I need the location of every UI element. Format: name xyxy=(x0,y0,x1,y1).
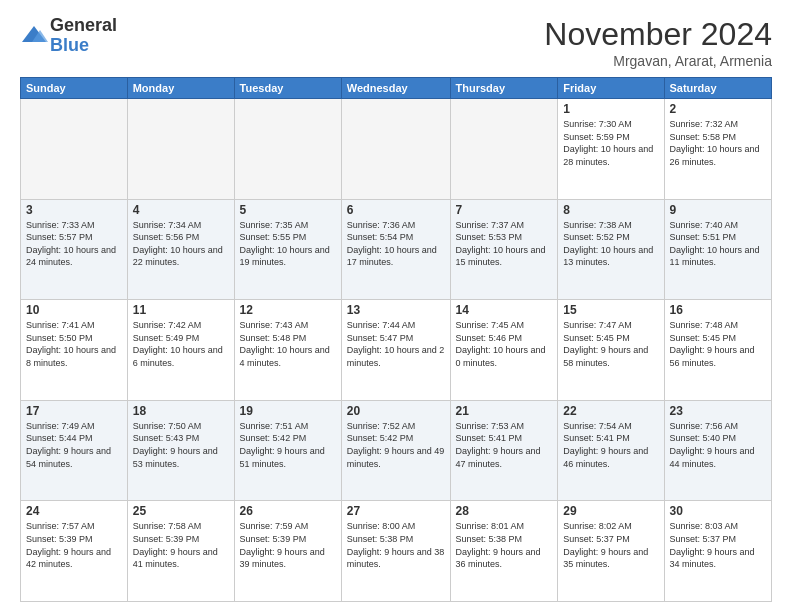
day-info: Sunrise: 8:02 AM Sunset: 5:37 PM Dayligh… xyxy=(563,520,658,570)
day-info: Sunrise: 7:48 AM Sunset: 5:45 PM Dayligh… xyxy=(670,319,767,369)
calendar-cell: 11Sunrise: 7:42 AM Sunset: 5:49 PM Dayli… xyxy=(127,300,234,401)
day-number: 8 xyxy=(563,203,658,217)
calendar-cell: 26Sunrise: 7:59 AM Sunset: 5:39 PM Dayli… xyxy=(234,501,341,602)
day-info: Sunrise: 7:50 AM Sunset: 5:43 PM Dayligh… xyxy=(133,420,229,470)
day-info: Sunrise: 7:35 AM Sunset: 5:55 PM Dayligh… xyxy=(240,219,336,269)
day-number: 1 xyxy=(563,102,658,116)
day-info: Sunrise: 8:03 AM Sunset: 5:37 PM Dayligh… xyxy=(670,520,767,570)
day-number: 5 xyxy=(240,203,336,217)
calendar-cell: 15Sunrise: 7:47 AM Sunset: 5:45 PM Dayli… xyxy=(558,300,664,401)
day-number: 17 xyxy=(26,404,122,418)
day-number: 3 xyxy=(26,203,122,217)
calendar-cell: 1Sunrise: 7:30 AM Sunset: 5:59 PM Daylig… xyxy=(558,99,664,200)
day-number: 6 xyxy=(347,203,445,217)
day-info: Sunrise: 8:01 AM Sunset: 5:38 PM Dayligh… xyxy=(456,520,553,570)
day-number: 9 xyxy=(670,203,767,217)
calendar-week-3: 17Sunrise: 7:49 AM Sunset: 5:44 PM Dayli… xyxy=(21,400,772,501)
calendar-cell: 20Sunrise: 7:52 AM Sunset: 5:42 PM Dayli… xyxy=(341,400,450,501)
calendar-week-2: 10Sunrise: 7:41 AM Sunset: 5:50 PM Dayli… xyxy=(21,300,772,401)
calendar-cell xyxy=(450,99,558,200)
header: General Blue November 2024 Mrgavan, Arar… xyxy=(20,16,772,69)
day-info: Sunrise: 7:36 AM Sunset: 5:54 PM Dayligh… xyxy=(347,219,445,269)
day-info: Sunrise: 7:32 AM Sunset: 5:58 PM Dayligh… xyxy=(670,118,767,168)
calendar-cell: 4Sunrise: 7:34 AM Sunset: 5:56 PM Daylig… xyxy=(127,199,234,300)
day-info: Sunrise: 7:58 AM Sunset: 5:39 PM Dayligh… xyxy=(133,520,229,570)
calendar-cell: 28Sunrise: 8:01 AM Sunset: 5:38 PM Dayli… xyxy=(450,501,558,602)
calendar-cell xyxy=(234,99,341,200)
calendar-cell: 12Sunrise: 7:43 AM Sunset: 5:48 PM Dayli… xyxy=(234,300,341,401)
day-number: 16 xyxy=(670,303,767,317)
calendar-cell xyxy=(341,99,450,200)
calendar-cell: 9Sunrise: 7:40 AM Sunset: 5:51 PM Daylig… xyxy=(664,199,772,300)
calendar-cell: 29Sunrise: 8:02 AM Sunset: 5:37 PM Dayli… xyxy=(558,501,664,602)
day-number: 27 xyxy=(347,504,445,518)
day-info: Sunrise: 7:47 AM Sunset: 5:45 PM Dayligh… xyxy=(563,319,658,369)
day-number: 15 xyxy=(563,303,658,317)
day-number: 7 xyxy=(456,203,553,217)
day-number: 12 xyxy=(240,303,336,317)
calendar-cell: 10Sunrise: 7:41 AM Sunset: 5:50 PM Dayli… xyxy=(21,300,128,401)
calendar-week-1: 3Sunrise: 7:33 AM Sunset: 5:57 PM Daylig… xyxy=(21,199,772,300)
page: General Blue November 2024 Mrgavan, Arar… xyxy=(0,0,792,612)
col-tuesday: Tuesday xyxy=(234,78,341,99)
logo-blue: Blue xyxy=(50,36,117,56)
day-number: 21 xyxy=(456,404,553,418)
day-number: 30 xyxy=(670,504,767,518)
calendar-cell: 8Sunrise: 7:38 AM Sunset: 5:52 PM Daylig… xyxy=(558,199,664,300)
calendar-week-4: 24Sunrise: 7:57 AM Sunset: 5:39 PM Dayli… xyxy=(21,501,772,602)
calendar-cell: 27Sunrise: 8:00 AM Sunset: 5:38 PM Dayli… xyxy=(341,501,450,602)
calendar-cell: 6Sunrise: 7:36 AM Sunset: 5:54 PM Daylig… xyxy=(341,199,450,300)
day-info: Sunrise: 7:43 AM Sunset: 5:48 PM Dayligh… xyxy=(240,319,336,369)
day-info: Sunrise: 7:49 AM Sunset: 5:44 PM Dayligh… xyxy=(26,420,122,470)
logo-icon xyxy=(20,22,48,50)
day-info: Sunrise: 7:59 AM Sunset: 5:39 PM Dayligh… xyxy=(240,520,336,570)
subtitle: Mrgavan, Ararat, Armenia xyxy=(544,53,772,69)
calendar-week-0: 1Sunrise: 7:30 AM Sunset: 5:59 PM Daylig… xyxy=(21,99,772,200)
day-number: 28 xyxy=(456,504,553,518)
day-info: Sunrise: 7:45 AM Sunset: 5:46 PM Dayligh… xyxy=(456,319,553,369)
calendar-cell: 7Sunrise: 7:37 AM Sunset: 5:53 PM Daylig… xyxy=(450,199,558,300)
day-info: Sunrise: 7:54 AM Sunset: 5:41 PM Dayligh… xyxy=(563,420,658,470)
header-row: Sunday Monday Tuesday Wednesday Thursday… xyxy=(21,78,772,99)
day-number: 19 xyxy=(240,404,336,418)
day-number: 26 xyxy=(240,504,336,518)
day-info: Sunrise: 7:44 AM Sunset: 5:47 PM Dayligh… xyxy=(347,319,445,369)
day-info: Sunrise: 7:33 AM Sunset: 5:57 PM Dayligh… xyxy=(26,219,122,269)
calendar-cell xyxy=(127,99,234,200)
day-number: 25 xyxy=(133,504,229,518)
calendar-cell: 17Sunrise: 7:49 AM Sunset: 5:44 PM Dayli… xyxy=(21,400,128,501)
calendar-cell: 21Sunrise: 7:53 AM Sunset: 5:41 PM Dayli… xyxy=(450,400,558,501)
day-number: 10 xyxy=(26,303,122,317)
day-number: 11 xyxy=(133,303,229,317)
calendar-table: Sunday Monday Tuesday Wednesday Thursday… xyxy=(20,77,772,602)
calendar-cell: 13Sunrise: 7:44 AM Sunset: 5:47 PM Dayli… xyxy=(341,300,450,401)
col-saturday: Saturday xyxy=(664,78,772,99)
col-sunday: Sunday xyxy=(21,78,128,99)
calendar-cell: 19Sunrise: 7:51 AM Sunset: 5:42 PM Dayli… xyxy=(234,400,341,501)
day-info: Sunrise: 7:34 AM Sunset: 5:56 PM Dayligh… xyxy=(133,219,229,269)
day-info: Sunrise: 7:38 AM Sunset: 5:52 PM Dayligh… xyxy=(563,219,658,269)
day-info: Sunrise: 7:40 AM Sunset: 5:51 PM Dayligh… xyxy=(670,219,767,269)
day-number: 29 xyxy=(563,504,658,518)
col-friday: Friday xyxy=(558,78,664,99)
calendar-header: Sunday Monday Tuesday Wednesday Thursday… xyxy=(21,78,772,99)
logo-general: General xyxy=(50,16,117,36)
day-info: Sunrise: 7:56 AM Sunset: 5:40 PM Dayligh… xyxy=(670,420,767,470)
day-number: 4 xyxy=(133,203,229,217)
calendar-cell xyxy=(21,99,128,200)
calendar-cell: 22Sunrise: 7:54 AM Sunset: 5:41 PM Dayli… xyxy=(558,400,664,501)
day-info: Sunrise: 7:52 AM Sunset: 5:42 PM Dayligh… xyxy=(347,420,445,470)
day-number: 23 xyxy=(670,404,767,418)
calendar-cell: 3Sunrise: 7:33 AM Sunset: 5:57 PM Daylig… xyxy=(21,199,128,300)
day-number: 13 xyxy=(347,303,445,317)
day-number: 14 xyxy=(456,303,553,317)
title-block: November 2024 Mrgavan, Ararat, Armenia xyxy=(544,16,772,69)
calendar-cell: 23Sunrise: 7:56 AM Sunset: 5:40 PM Dayli… xyxy=(664,400,772,501)
logo: General Blue xyxy=(20,16,117,56)
day-info: Sunrise: 7:57 AM Sunset: 5:39 PM Dayligh… xyxy=(26,520,122,570)
calendar-cell: 2Sunrise: 7:32 AM Sunset: 5:58 PM Daylig… xyxy=(664,99,772,200)
day-info: Sunrise: 7:42 AM Sunset: 5:49 PM Dayligh… xyxy=(133,319,229,369)
col-wednesday: Wednesday xyxy=(341,78,450,99)
day-number: 22 xyxy=(563,404,658,418)
calendar-body: 1Sunrise: 7:30 AM Sunset: 5:59 PM Daylig… xyxy=(21,99,772,602)
